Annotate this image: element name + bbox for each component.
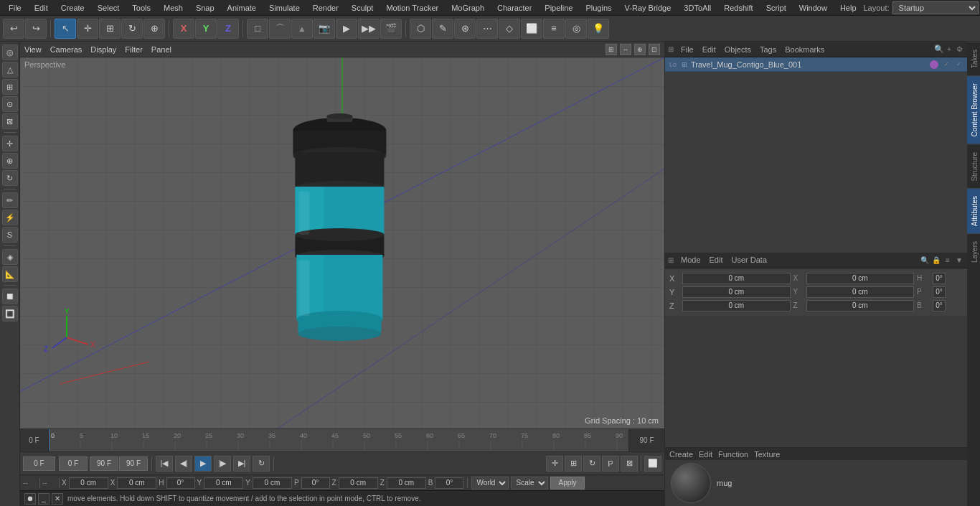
menu-mograph[interactable]: MoGraph bbox=[446, 2, 490, 14]
frame-start-input[interactable] bbox=[59, 456, 88, 471]
play-button[interactable]: ▶ bbox=[194, 456, 212, 472]
side-tab-content-browser[interactable]: Content Browser bbox=[967, 75, 980, 144]
edge-btn[interactable]: ⊞ bbox=[2, 79, 18, 95]
vp-ctrl-4[interactable]: ⊡ bbox=[649, 44, 660, 55]
menu-script[interactable]: Script bbox=[760, 2, 792, 14]
go-to-start-button[interactable]: |◀ bbox=[156, 456, 173, 472]
attr-search-btn[interactable]: 🔍 bbox=[920, 255, 930, 265]
minimize-icon[interactable]: _ bbox=[38, 493, 50, 505]
y-input-2[interactable] bbox=[253, 477, 292, 489]
x-input-1[interactable] bbox=[69, 477, 108, 489]
obj-render-btn[interactable]: ✓ bbox=[954, 60, 963, 69]
grid-tool-pb[interactable]: ⊠ bbox=[621, 456, 638, 472]
extrude-btn[interactable]: S bbox=[2, 227, 18, 243]
go-to-end-button[interactable]: ▶| bbox=[233, 456, 250, 472]
model-mode-btn[interactable]: ◎ bbox=[2, 44, 18, 60]
step-forward-button[interactable]: |▶ bbox=[214, 456, 231, 472]
attr-y2-input[interactable] bbox=[806, 286, 915, 298]
object-mode-button[interactable]: □ bbox=[247, 19, 268, 39]
viewport-menu-filter[interactable]: Filter bbox=[125, 45, 142, 54]
object-row-mug[interactable]: Lo ⊞ Travel_Mug_Contigo_Blue_001 ✓ ✓ bbox=[665, 57, 967, 72]
transform-tool-button[interactable]: ⊕ bbox=[143, 19, 165, 39]
objects-tab-file[interactable]: File bbox=[677, 45, 698, 54]
material-sphere[interactable] bbox=[671, 463, 711, 503]
scale-tool-pb[interactable]: ⊞ bbox=[565, 456, 582, 472]
mograph-button[interactable]: ⋯ bbox=[476, 19, 498, 39]
y-input-1[interactable] bbox=[204, 477, 243, 489]
attr-tab-userdata[interactable]: User Data bbox=[727, 256, 772, 264]
menu-file[interactable]: File bbox=[3, 2, 27, 14]
side-tab-attributes[interactable]: Attributes bbox=[967, 188, 980, 233]
viewport-menu-display[interactable]: Display bbox=[90, 45, 116, 54]
side-tab-structure[interactable]: Structure bbox=[967, 144, 980, 189]
menu-redshift[interactable]: Redshift bbox=[718, 2, 758, 14]
attr-y-input[interactable] bbox=[682, 286, 791, 298]
frame-end-input-1[interactable] bbox=[90, 456, 118, 471]
menu-help[interactable]: Help bbox=[834, 2, 862, 14]
menu-sculpt[interactable]: Sculpt bbox=[346, 2, 380, 14]
attr-x2-input[interactable]: 0 cm bbox=[806, 273, 915, 284]
timeline-track[interactable]: 0 5 10 15 20 25 30 35 40 45 50 bbox=[49, 429, 628, 451]
world-select[interactable]: World bbox=[471, 477, 509, 489]
current-frame-input[interactable] bbox=[23, 456, 55, 471]
axis-z-button[interactable]: Z bbox=[217, 19, 239, 39]
point-btn[interactable]: ⊙ bbox=[2, 96, 18, 112]
mat-tab-create[interactable]: Create bbox=[669, 450, 693, 459]
menu-create[interactable]: Create bbox=[55, 2, 90, 14]
menu-tools[interactable]: Tools bbox=[126, 2, 156, 14]
render-button[interactable]: ▶ bbox=[336, 19, 357, 39]
axis-y-button[interactable]: Y bbox=[195, 19, 217, 39]
attr-h-input[interactable] bbox=[933, 273, 946, 284]
objects-tab-edit[interactable]: Edit bbox=[698, 45, 720, 54]
poly-btn[interactable]: △ bbox=[2, 62, 18, 78]
scale-select[interactable]: Scale bbox=[511, 477, 548, 489]
objects-add-btn[interactable]: + bbox=[944, 44, 954, 55]
camera2-button[interactable]: ⬜ bbox=[521, 19, 542, 39]
vp-ctrl-1[interactable]: ⊞ bbox=[606, 44, 617, 55]
axis-x-button[interactable]: X bbox=[173, 19, 194, 39]
material-button[interactable]: 💡 bbox=[588, 19, 609, 39]
side-tab-takes[interactable]: Takes bbox=[967, 42, 980, 75]
measure-btn[interactable]: 📐 bbox=[2, 266, 18, 282]
undo-button[interactable]: ↩ bbox=[3, 19, 24, 39]
rotate-btn[interactable]: ↻ bbox=[2, 170, 18, 186]
select-tool-button[interactable]: ↖ bbox=[55, 19, 76, 39]
attr-config-btn[interactable]: ≡ bbox=[943, 255, 953, 265]
z-input-1[interactable] bbox=[339, 477, 378, 489]
texture-btn[interactable]: 🔲 bbox=[2, 289, 18, 304]
objects-tab-objects[interactable]: Objects bbox=[720, 45, 755, 54]
objects-tab-tags[interactable]: Tags bbox=[755, 45, 781, 54]
attr-x-input[interactable]: 0 cm bbox=[682, 273, 791, 284]
draw-btn[interactable]: ✏ bbox=[2, 192, 18, 208]
z-input-2[interactable] bbox=[387, 477, 426, 489]
camera-button[interactable]: 📷 bbox=[314, 19, 335, 39]
position-tool-pb[interactable]: P bbox=[602, 456, 619, 472]
menu-motiontracker[interactable]: Motion Tracker bbox=[380, 2, 444, 14]
menu-animate[interactable]: Animate bbox=[222, 2, 262, 14]
cube-button[interactable]: ⬡ bbox=[410, 19, 431, 39]
rotate-tool-pb[interactable]: ↻ bbox=[583, 456, 600, 472]
menu-character[interactable]: Character bbox=[491, 2, 537, 14]
obj-visibility-btn[interactable]: ✓ bbox=[942, 60, 951, 69]
renderqueue-button[interactable]: ▶▶ bbox=[358, 19, 380, 39]
move-tool-pb[interactable]: ✛ bbox=[546, 456, 563, 472]
attr-z-input[interactable] bbox=[682, 300, 791, 311]
menu-snap[interactable]: Snap bbox=[190, 2, 220, 14]
apply-button[interactable]: Apply bbox=[550, 477, 584, 489]
render-pb[interactable]: ⬜ bbox=[644, 456, 661, 472]
vp-ctrl-2[interactable]: ↔ bbox=[620, 44, 631, 55]
menu-edit[interactable]: Edit bbox=[29, 2, 54, 14]
sky-button[interactable]: ◎ bbox=[565, 19, 587, 39]
menu-window[interactable]: Window bbox=[793, 2, 833, 14]
menu-3dtoall[interactable]: 3DToAll bbox=[678, 2, 717, 14]
polygon-mode-button[interactable]: ⟁ bbox=[291, 19, 313, 39]
nurbs-button[interactable]: ✎ bbox=[432, 19, 453, 39]
viewport[interactable]: View Cameras Display Filter Panel ⊞ ↔ ⊕ … bbox=[20, 42, 664, 428]
menu-select[interactable]: Select bbox=[92, 2, 126, 14]
vp-ctrl-3[interactable]: ⊕ bbox=[634, 44, 646, 55]
move-tool-button[interactable]: ✛ bbox=[77, 19, 98, 39]
menu-mesh[interactable]: Mesh bbox=[158, 2, 189, 14]
mat-tab-texture[interactable]: Texture bbox=[754, 450, 780, 459]
attr-lock-btn[interactable]: 🔒 bbox=[931, 255, 941, 265]
rotate-tool-button[interactable]: ↻ bbox=[121, 19, 143, 39]
